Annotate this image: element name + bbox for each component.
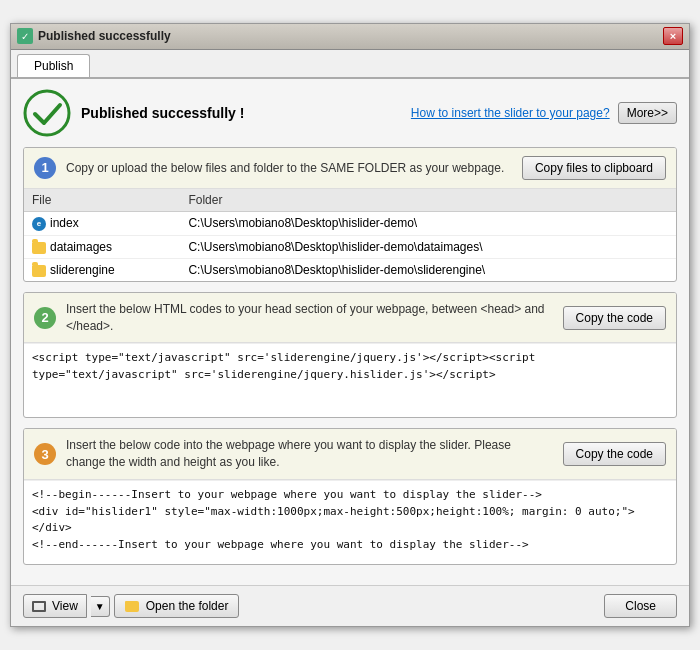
table-row: dataimagesC:\Users\mobiano8\Desktop\hisl… — [24, 235, 676, 258]
window-icon: ✓ — [17, 28, 33, 44]
how-to-insert-link[interactable]: How to insert the slider to your page? — [411, 106, 610, 120]
view-button[interactable]: View — [23, 594, 87, 618]
section3-description: Insert the below code into the webpage w… — [66, 437, 553, 471]
col-file-header: File — [24, 189, 180, 212]
body-code-textarea[interactable] — [24, 481, 676, 561]
monitor-icon — [32, 601, 46, 612]
link-area: How to insert the slider to your page? M… — [254, 102, 677, 124]
section1-header: 1 Copy or upload the below files and fol… — [24, 148, 676, 189]
ie-icon: e — [32, 217, 46, 231]
step-3-badge: 3 — [34, 443, 56, 465]
folder-cell: C:\Users\mobiano8\Desktop\hislider-demo\… — [180, 258, 676, 281]
section3-header: 3 Insert the below code into the webpage… — [24, 429, 676, 480]
section-files: 1 Copy or upload the below files and fol… — [23, 147, 677, 282]
step-1-badge: 1 — [34, 157, 56, 179]
file-cell: dataimages — [24, 235, 180, 258]
folder-icon — [32, 242, 46, 254]
folder-icon — [32, 265, 46, 277]
section2-header: 2 Insert the below HTML codes to your he… — [24, 293, 676, 344]
copy-code-head-button[interactable]: Copy the code — [563, 306, 666, 330]
title-bar: ✓ Published successfully × — [11, 24, 689, 50]
copy-files-button[interactable]: Copy files to clipboard — [522, 156, 666, 180]
folder-icon — [125, 601, 139, 612]
copy-code-body-button[interactable]: Copy the code — [563, 442, 666, 466]
folder-cell: C:\Users\mobiano8\Desktop\hislider-demo\ — [180, 211, 676, 235]
check-icon — [23, 89, 71, 137]
file-cell: sliderengine — [24, 258, 180, 281]
section1-description: Copy or upload the below files and folde… — [66, 160, 512, 177]
section-body-code: 3 Insert the below code into the webpage… — [23, 428, 677, 565]
close-button[interactable]: Close — [604, 594, 677, 618]
step-2-badge: 2 — [34, 307, 56, 329]
files-table: File Folder eindexC:\Users\mobiano8\Desk… — [24, 189, 676, 281]
view-dropdown-arrow[interactable]: ▼ — [91, 596, 110, 617]
success-header: Published successfully ! How to insert t… — [23, 89, 677, 137]
window-body: Published successfully ! How to insert t… — [11, 79, 689, 585]
title-bar-left: ✓ Published successfully — [17, 28, 171, 44]
table-row: eindexC:\Users\mobiano8\Desktop\hislider… — [24, 211, 676, 235]
tab-bar: Publish — [11, 50, 689, 79]
open-folder-label: Open the folder — [146, 599, 229, 613]
file-cell: eindex — [24, 211, 180, 235]
bottom-bar: View ▼ Open the folder Close — [11, 585, 689, 626]
close-window-button[interactable]: × — [663, 27, 683, 45]
table-row: sliderengineC:\Users\mobiano8\Desktop\hi… — [24, 258, 676, 281]
more-button[interactable]: More>> — [618, 102, 677, 124]
open-folder-button[interactable]: Open the folder — [114, 594, 240, 618]
svg-point-0 — [25, 91, 69, 135]
window-title: Published successfully — [38, 29, 171, 43]
section-head-code: 2 Insert the below HTML codes to your he… — [23, 292, 677, 419]
head-code-textarea[interactable] — [24, 344, 676, 414]
section2-description: Insert the below HTML codes to your head… — [66, 301, 553, 335]
head-code-container — [24, 343, 676, 417]
publish-tab[interactable]: Publish — [17, 54, 90, 77]
folder-cell: C:\Users\mobiano8\Desktop\hislider-demo\… — [180, 235, 676, 258]
col-folder-header: Folder — [180, 189, 676, 212]
view-label: View — [52, 599, 78, 613]
main-window: ✓ Published successfully × Publish Publi… — [10, 23, 690, 627]
body-code-container — [24, 480, 676, 564]
success-message: Published successfully ! — [81, 105, 244, 121]
